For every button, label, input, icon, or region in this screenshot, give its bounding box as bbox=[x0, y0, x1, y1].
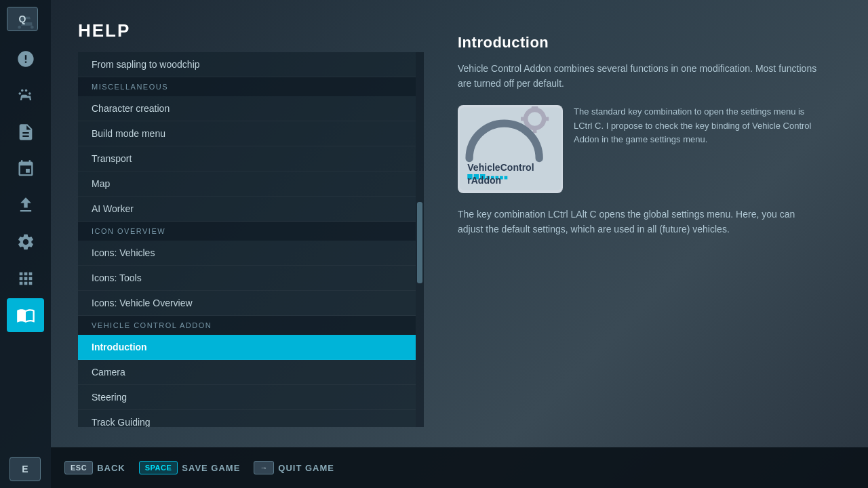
svg-rect-4 bbox=[532, 127, 536, 133]
menu-section-vca: VEHICLE CONTROL ADDON bbox=[78, 316, 416, 335]
arrow-badge: → bbox=[254, 461, 274, 474]
menu-item-steering[interactable]: Steering bbox=[78, 385, 416, 410]
sidebar-item-money[interactable] bbox=[7, 42, 44, 76]
svg-text:VehicleControl: VehicleControl bbox=[467, 163, 534, 174]
menu-item-track[interactable]: Track Guiding bbox=[78, 410, 416, 427]
q-key-button[interactable]: Q bbox=[7, 7, 38, 31]
plugin-logo-block: VehicleControl rAddon The standard key c… bbox=[458, 105, 821, 193]
bottom-bar: ESC BACK SPACE SAVE GAME → QUIT GAME bbox=[51, 447, 868, 488]
save-label: SAVE GAME bbox=[182, 463, 240, 473]
sidebar-item-animals[interactable] bbox=[7, 79, 44, 113]
menu-item-map[interactable]: Map bbox=[78, 171, 416, 197]
page-title: HELP bbox=[78, 20, 424, 41]
vehicle-control-logo-svg: VehicleControl rAddon bbox=[460, 106, 561, 191]
logo-description: The standard key combination to open the… bbox=[574, 105, 821, 147]
production-icon bbox=[16, 159, 35, 178]
main-content: HELP From sapling to woodchip MISCELLANE… bbox=[51, 0, 868, 447]
svg-rect-5 bbox=[521, 117, 527, 121]
settings-icon bbox=[16, 232, 35, 251]
menu-item-character[interactable]: Character creation bbox=[78, 96, 416, 121]
back-label: BACK bbox=[97, 463, 125, 473]
svg-rect-6 bbox=[542, 117, 548, 121]
svg-point-2 bbox=[528, 112, 542, 126]
e-key-button[interactable]: E bbox=[9, 457, 41, 481]
sidebar-item-modules[interactable] bbox=[7, 262, 44, 296]
menu-item-introduction[interactable]: Introduction bbox=[78, 335, 416, 360]
scroll-thumb[interactable] bbox=[417, 202, 422, 283]
plugin-logo: VehicleControl rAddon bbox=[458, 105, 563, 193]
space-badge: SPACE bbox=[139, 461, 178, 474]
quit-key-group[interactable]: → QUIT GAME bbox=[254, 461, 334, 474]
back-key-group[interactable]: ESC BACK bbox=[64, 461, 125, 474]
svg-rect-17 bbox=[504, 176, 507, 180]
menu-item-build[interactable]: Build mode menu bbox=[78, 121, 416, 146]
sidebar-item-download[interactable] bbox=[7, 188, 44, 222]
money-icon bbox=[16, 49, 35, 68]
menu-item-icons-tools[interactable]: Icons: Tools bbox=[78, 266, 416, 291]
sidebar-item-production[interactable] bbox=[7, 152, 44, 186]
content-title: Introduction bbox=[458, 34, 821, 52]
modules-icon bbox=[16, 269, 35, 288]
menu-item-icons-overview[interactable]: Icons: Vehicle Overview bbox=[78, 291, 416, 316]
sidebar bbox=[0, 0, 51, 488]
quit-label: QUIT GAME bbox=[278, 463, 334, 473]
animals-icon bbox=[16, 86, 35, 105]
menu-section-misc: MISCELLANEOUS bbox=[78, 77, 416, 96]
sidebar-item-help[interactable] bbox=[7, 298, 44, 332]
menu-item-transport[interactable]: Transport bbox=[78, 146, 416, 171]
download-icon bbox=[16, 196, 35, 215]
menu-item-icons-vehicles[interactable]: Icons: Vehicles bbox=[78, 241, 416, 266]
menu-item-camera[interactable]: Camera bbox=[78, 360, 416, 385]
contracts-icon bbox=[16, 123, 35, 142]
content-panel: Introduction Vehicle Control Addon combi… bbox=[437, 20, 841, 427]
help-panel: HELP From sapling to woodchip MISCELLANE… bbox=[78, 20, 424, 427]
help-menu[interactable]: From sapling to woodchip MISCELLANEOUS C… bbox=[78, 52, 416, 427]
menu-item-ai-worker[interactable]: AI Worker bbox=[78, 197, 416, 222]
scrollbar[interactable] bbox=[416, 52, 424, 427]
menu-section-icon: ICON OVERVIEW bbox=[78, 222, 416, 241]
content-footer: The key combination LCtrl LAlt C opens t… bbox=[458, 207, 821, 237]
esc-badge: ESC bbox=[64, 461, 93, 474]
save-key-group[interactable]: SPACE SAVE GAME bbox=[139, 461, 241, 474]
sidebar-item-settings[interactable] bbox=[7, 225, 44, 259]
help-icon bbox=[16, 306, 35, 325]
svg-text:rAddon: rAddon bbox=[467, 175, 501, 186]
menu-item-woodchip[interactable]: From sapling to woodchip bbox=[78, 52, 416, 77]
content-intro: Vehicle Control Addon combines several f… bbox=[458, 61, 821, 92]
sidebar-item-contracts[interactable] bbox=[7, 115, 44, 149]
